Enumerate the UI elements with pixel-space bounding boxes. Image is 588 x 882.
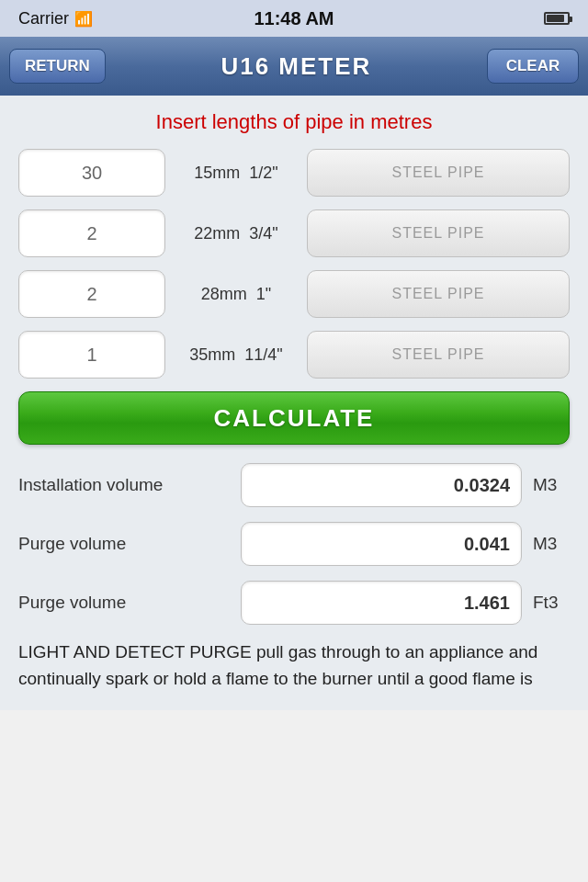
pipe-row-2: 22mm 3/4" STEEL PIPE [18, 209, 570, 257]
pipe-type-button-1[interactable]: STEEL PIPE [307, 149, 570, 197]
pipe-input-3[interactable] [18, 270, 165, 318]
result-label-purge-volume-ft3: Purge volume [18, 593, 230, 613]
pipe-input-4[interactable] [18, 331, 165, 379]
description-text: LIGHT AND DETECT PURGE pull gas through … [18, 639, 570, 692]
result-row-purge-volume-ft3: Purge volume 1.461 Ft3 [18, 581, 570, 625]
pipe-rows-container: 15mm 1/2" STEEL PIPE 22mm 3/4" STEEL PIP… [18, 149, 570, 379]
pipe-size-label-2: 22mm 3/4" [176, 224, 296, 243]
result-label-installation-volume: Installation volume [18, 475, 230, 495]
pipe-size-label-1: 15mm 1/2" [176, 164, 296, 183]
nav-title: U16 METER [220, 52, 371, 81]
result-unit-installation-volume: M3 [533, 475, 570, 495]
pipe-size-label-4: 35mm 11/4" [176, 345, 296, 365]
pipe-type-button-4[interactable]: STEEL PIPE [307, 331, 570, 379]
time-display: 11:48 AM [254, 8, 334, 29]
result-value-purge-volume-m3: 0.041 [241, 522, 522, 566]
clear-button[interactable]: CLEAR [487, 49, 579, 84]
carrier-label: Carrier [18, 9, 69, 28]
result-value-installation-volume: 0.0324 [241, 463, 522, 507]
calculate-button[interactable]: CALCULATE [18, 391, 570, 445]
return-button[interactable]: RETURN [9, 49, 106, 84]
pipe-type-button-3[interactable]: STEEL PIPE [307, 270, 570, 318]
instruction-text: Insert lengths of pipe in metres [18, 110, 570, 134]
pipe-input-1[interactable] [18, 149, 165, 197]
nav-bar: RETURN U16 METER CLEAR [0, 37, 588, 96]
pipe-row-4: 35mm 11/4" STEEL PIPE [18, 331, 570, 379]
pipe-type-button-2[interactable]: STEEL PIPE [307, 209, 570, 257]
carrier-text: Carrier 📶 [18, 9, 93, 28]
result-row-installation-volume: Installation volume 0.0324 M3 [18, 463, 570, 507]
pipe-row-3: 28mm 1" STEEL PIPE [18, 270, 570, 318]
results-container: Installation volume 0.0324 M3 Purge volu… [18, 463, 570, 625]
wifi-icon: 📶 [74, 10, 93, 28]
status-bar: Carrier 📶 11:48 AM [0, 0, 588, 37]
battery-icon [544, 12, 570, 25]
result-unit-purge-volume-ft3: Ft3 [533, 593, 570, 613]
pipe-input-2[interactable] [18, 209, 165, 257]
main-content: Insert lengths of pipe in metres 15mm 1/… [0, 96, 588, 710]
result-value-purge-volume-ft3: 1.461 [241, 581, 522, 625]
pipe-row-1: 15mm 1/2" STEEL PIPE [18, 149, 570, 197]
result-unit-purge-volume-m3: M3 [533, 534, 570, 554]
result-label-purge-volume-m3: Purge volume [18, 534, 230, 554]
result-row-purge-volume-m3: Purge volume 0.041 M3 [18, 522, 570, 566]
pipe-size-label-3: 28mm 1" [176, 285, 296, 304]
